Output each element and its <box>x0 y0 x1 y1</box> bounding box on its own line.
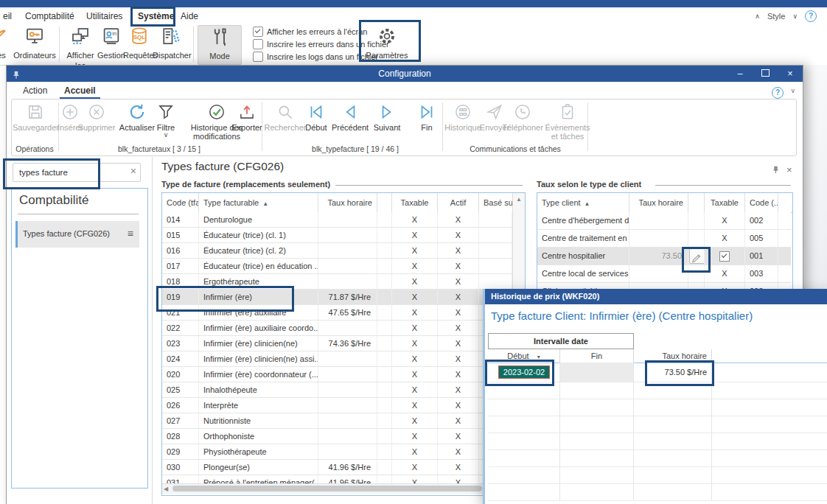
window-help-icon[interactable]: ? <box>772 85 784 99</box>
toolbar-button-parametres[interactable]: Paramètres <box>364 25 410 63</box>
table-row[interactable]: 022Infirmier (ère) auxiliaire coordo...X… <box>162 321 512 336</box>
table-row[interactable]: 020Infirmier (ère) coordonnateur (...XX <box>162 367 512 382</box>
table-row[interactable] <box>488 416 827 433</box>
table-row[interactable]: 019Infirmier (ère)71.87 $/HreXX <box>162 290 512 305</box>
toolbar-button-afficher-les[interactable]: Afficher les <box>61 25 100 63</box>
table-row[interactable]: 029PhysiothérapeuteXX <box>162 444 512 460</box>
taxable-checkbox[interactable] <box>719 251 730 262</box>
column-header-taux-horaire[interactable]: Taux horaire <box>318 193 377 212</box>
column-header-taux-horaire[interactable]: Taux horaire <box>634 349 712 363</box>
menu-item-accueil[interactable]: eil <box>0 10 15 23</box>
toolbar-button-ordinateurs[interactable]: Ordinateurs <box>12 25 57 63</box>
toolbar-button-gestion[interactable]: in Gestion <box>97 25 125 63</box>
ribbon-filtre-button[interactable]: Filtre ∨ <box>151 102 181 138</box>
minimize-button[interactable]: – <box>727 66 753 82</box>
tab-action[interactable]: Action <box>18 84 52 97</box>
column-header-type-client[interactable]: Type client▲ <box>537 193 629 212</box>
column-header-actif[interactable]: Actif <box>438 193 479 212</box>
toolbar-button-mode[interactable]: Mode <box>198 25 242 65</box>
fin-cell[interactable] <box>560 363 634 382</box>
hamburger-icon[interactable]: ≡ <box>128 228 133 239</box>
ribbon-exporter-button[interactable]: Exporter <box>228 102 266 132</box>
search-input[interactable] <box>18 165 120 180</box>
table-row[interactable]: Centre local de services com...X003 <box>537 265 791 283</box>
table-row[interactable]: 026InterprèteXX <box>162 398 512 413</box>
table-row[interactable] <box>488 466 827 484</box>
pin-panel-icon[interactable] <box>772 164 780 175</box>
dialog-titlebar[interactable]: Historique de prix (WKF020) <box>485 289 827 304</box>
table-row[interactable] <box>488 483 827 501</box>
table-row[interactable]: 2023-02-02 73.50 $/Hre <box>488 363 827 382</box>
maximize-button[interactable] <box>753 66 778 82</box>
sidebar-item-types-facture[interactable]: Types facture (CFG026) ≡ <box>15 221 139 248</box>
table-row[interactable] <box>488 449 827 467</box>
edit-rate-button[interactable] <box>689 248 705 264</box>
tab-accueil[interactable]: Accueil <box>60 84 100 99</box>
ribbon-sauvegarder-button[interactable]: Sauvegarder <box>13 102 58 132</box>
table-row[interactable]: 016Éducateur (trice) (cl. 2)XX <box>162 243 512 259</box>
chevron-down-icon[interactable]: ∨ <box>792 13 798 20</box>
collapse-ribbon-icon[interactable]: ∧ <box>755 13 760 20</box>
column-header-debut[interactable]: Début ▾ <box>488 349 560 363</box>
column-header-code[interactable]: Code (... <box>745 193 778 212</box>
table-row[interactable]: 025InhalothépeuteXX <box>162 382 512 398</box>
ribbon-debut-button[interactable]: Début <box>303 102 329 132</box>
style-menu[interactable]: Style <box>767 12 785 21</box>
chevron-down-icon[interactable]: ∨ <box>790 87 795 94</box>
table-row[interactable]: 023Infirmier (ère) clinicien(ne)74.36 $/… <box>162 336 512 351</box>
scrollbar-thumb[interactable] <box>172 486 482 491</box>
ribbon-suivant-button[interactable]: Suivant <box>371 102 403 132</box>
column-header-code[interactable]: Code (tfa... <box>162 193 199 212</box>
ribbon-telephoner-button[interactable]: Téléphoner <box>500 102 545 132</box>
close-button[interactable]: × <box>778 66 803 82</box>
table-row[interactable]: Centre de traitement en dép...X005 <box>537 230 791 248</box>
column-header-edit[interactable] <box>377 193 392 212</box>
checkbox-icon[interactable] <box>253 52 263 62</box>
horizontal-scrollbar[interactable]: ◀ <box>162 483 512 494</box>
configuration-titlebar[interactable]: Configuration – × <box>7 66 803 82</box>
column-header-fin[interactable]: Fin <box>560 349 634 363</box>
table-row[interactable]: Centre d'hébergement de soi...X002 <box>537 212 791 230</box>
menu-item-utilitaires[interactable]: Utilitaires <box>83 10 125 23</box>
table-row[interactable]: Centre hospitalier73.50001 <box>537 248 791 265</box>
table-row[interactable]: 027NutritionnisteXX <box>162 413 512 429</box>
toolbar-checkbox[interactable]: Afficher les erreurs à l'écran <box>253 26 367 37</box>
clear-search-icon[interactable]: × <box>130 165 136 177</box>
toolbar-checkbox[interactable]: Inscrire les logs dans un fichier <box>253 51 378 62</box>
ribbon-evenements-taches-button[interactable]: Évènements et tâches <box>541 102 594 141</box>
ribbon-precedent-button[interactable]: Précédent <box>330 102 370 132</box>
table-row[interactable]: 014DenturologueXX <box>162 212 512 228</box>
table-row[interactable]: 028OrthophonisteXX <box>162 429 512 444</box>
column-header-edit[interactable] <box>688 193 705 212</box>
table-row[interactable] <box>488 382 827 399</box>
ribbon-rechercher-button[interactable]: Rechercher <box>262 102 308 132</box>
column-header-taux-horaire[interactable]: Taux horaire <box>629 193 688 212</box>
column-header-taxable[interactable]: Taxable <box>705 193 745 212</box>
table-row[interactable]: 031Préposé à l'entretien ménager(41.96 $… <box>162 475 512 483</box>
close-panel-icon[interactable]: × <box>786 164 792 175</box>
table-row[interactable] <box>488 399 827 416</box>
table-row[interactable] <box>488 433 827 450</box>
column-header-type-facturable[interactable]: Type facturable▲ <box>199 193 318 212</box>
table-row[interactable]: 015Éducateur (trice) (cl. 1)XX <box>162 228 512 243</box>
help-icon[interactable]: ? <box>805 10 817 22</box>
menu-item-systeme[interactable]: Système <box>135 10 177 23</box>
table-row[interactable]: 018ErgothérapeuteXX <box>162 274 512 290</box>
taux-cell[interactable]: 73.50 $/Hre <box>634 363 712 382</box>
checkbox-icon[interactable] <box>253 27 263 37</box>
checkbox-icon[interactable] <box>253 39 263 49</box>
table-row[interactable]: 021Infirmier (ère) auxiliaire47.65 $/Hre… <box>162 305 512 321</box>
selected-date-value[interactable]: 2023-02-02 <box>498 365 550 379</box>
table-row[interactable]: 024Infirmier (ère) clinicien(ne) assi...… <box>162 351 512 367</box>
table-row[interactable]: 030Plongeur(se)41.96 $/HreXX <box>162 460 512 475</box>
debut-cell[interactable]: 2023-02-02 <box>488 363 560 382</box>
menu-item-comptabilite[interactable]: Comptabilité <box>22 10 77 23</box>
toolbar-button-dispatcher[interactable]: Dispatcher <box>153 25 188 63</box>
toolbar-button-requetes[interactable]: SQL Requêtes <box>123 25 156 63</box>
table-row[interactable]: 017Éducateur (trice) en éducation ...XX <box>162 259 512 274</box>
column-header-taxable[interactable]: Taxable <box>392 193 438 212</box>
menu-item-aide[interactable]: Aide <box>178 10 201 23</box>
ribbon-fin-button[interactable]: Fin <box>416 102 437 132</box>
column-header-base-sur[interactable]: Basé sur <box>479 193 512 212</box>
ribbon-supprimer-button[interactable]: Supprimer <box>75 102 118 132</box>
